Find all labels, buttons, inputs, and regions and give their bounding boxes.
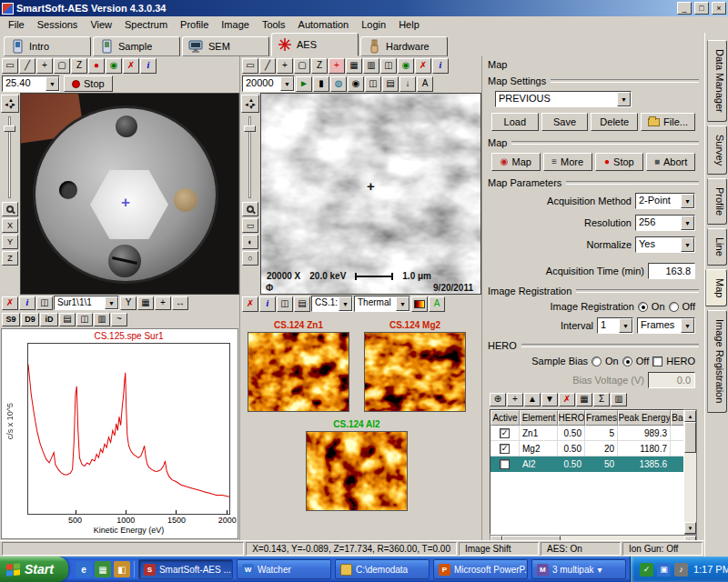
chart-icon[interactable]: ▥ <box>94 313 110 326</box>
image-registration-off-radio[interactable] <box>669 302 679 312</box>
sample-camera-image[interactable]: + <box>20 93 239 295</box>
sem-joystick-pad[interactable]: ▲▼◄► <box>241 95 259 113</box>
taskbar-button-smartsoft[interactable]: S SmartSoft-AES ... <box>138 559 233 579</box>
acquisition-method-select[interactable]: 2-Point▼ <box>635 193 695 209</box>
id-button[interactable]: iD <box>40 313 58 326</box>
chevron-down-icon[interactable]: ▼ <box>681 318 694 333</box>
abort-button[interactable]: ■Abort <box>646 153 695 171</box>
palette-icon[interactable]: ▤ <box>382 76 399 92</box>
load-button[interactable]: Load <box>491 113 539 131</box>
map-button[interactable]: ◉Map <box>491 153 541 171</box>
camera-stop-button[interactable]: Stop <box>64 75 113 92</box>
menu-login[interactable]: Login <box>355 17 392 32</box>
close-button[interactable]: × <box>712 2 726 15</box>
move-up-icon[interactable]: ▲ <box>524 393 541 406</box>
live-view-icon[interactable]: ► <box>296 76 312 92</box>
side-tab-map[interactable]: Map <box>705 269 727 306</box>
record-icon[interactable]: ● <box>88 58 105 74</box>
taskbar-button-watcher[interactable]: W Watcher <box>237 559 331 579</box>
chevron-down-icon[interactable]: ▼ <box>396 296 410 311</box>
tab-hardware[interactable]: Hardware <box>360 36 448 56</box>
ie-quicklaunch-icon[interactable]: e <box>76 561 92 577</box>
side-tab-image-registration[interactable]: Image Registration <box>707 310 727 412</box>
magnifier-icon[interactable] <box>242 202 258 216</box>
chevron-down-icon[interactable]: ▼ <box>681 216 694 230</box>
select-area-icon[interactable]: ▭ <box>2 58 18 74</box>
magnifier-icon[interactable] <box>2 202 18 216</box>
save-button[interactable]: Save <box>541 113 589 131</box>
chevron-down-icon[interactable]: ▼ <box>339 296 352 311</box>
normalize-select[interactable]: Yes▼ <box>635 236 695 253</box>
stage-z-button[interactable]: Z <box>2 251 18 266</box>
stage-y-button[interactable]: Y <box>2 235 18 249</box>
survey-spectrum-plot[interactable]: CS.125.spe Sur1 c/s x 10^5 5001000150020… <box>1 328 238 539</box>
menu-profile[interactable]: Profile <box>174 17 215 32</box>
scroll-down-icon[interactable]: ▼ <box>684 522 696 534</box>
info-icon[interactable]: i <box>19 296 35 310</box>
interval-unit-select[interactable]: Frames▼ <box>637 317 695 334</box>
table-settings-icon[interactable]: ▥ <box>611 393 627 406</box>
side-tab-profile[interactable]: Profile <box>707 178 727 225</box>
maximize-button[interactable]: □ <box>694 2 709 15</box>
interval-select[interactable]: 1▼ <box>597 317 633 334</box>
taskbar-button-powerpoint[interactable]: P Microsoft PowerP... <box>433 559 528 579</box>
snapshot-icon[interactable]: ◉ <box>106 58 122 74</box>
chevron-down-icon[interactable]: ▼ <box>280 76 294 91</box>
file-button[interactable]: File... <box>641 113 695 131</box>
show-desktop-icon[interactable]: ▦ <box>95 561 111 577</box>
menu-automation[interactable]: Automation <box>292 17 356 32</box>
histogram-icon[interactable]: ▥ <box>363 58 379 74</box>
split-view-icon[interactable]: ◫ <box>365 76 381 92</box>
copy-icon[interactable]: ◫ <box>277 296 293 312</box>
shield-tray-icon[interactable]: ✓ <box>640 563 653 577</box>
reduced-area-icon[interactable]: ▭ <box>242 218 258 233</box>
tab-aes[interactable]: AES <box>271 33 359 56</box>
zoom-icon[interactable]: ⊕ <box>490 393 506 406</box>
volume-tray-icon[interactable]: ♪ <box>674 563 688 577</box>
menu-view[interactable]: View <box>84 17 118 32</box>
info-icon[interactable]: i <box>432 58 449 74</box>
info-icon[interactable]: i <box>140 58 157 74</box>
y-scale-icon[interactable]: Y <box>120 296 136 310</box>
side-tab-line[interactable]: Line <box>707 228 727 266</box>
active-checkbox[interactable]: ✓ <box>500 459 510 469</box>
media-quicklaunch-icon[interactable]: ◧ <box>114 561 130 577</box>
display-tray-icon[interactable]: ▣ <box>657 563 671 577</box>
element-table-grid[interactable]: Active Element HERO Frames Peak Energy B… <box>490 409 684 535</box>
menu-sessions[interactable]: Sessions <box>31 17 85 32</box>
print-icon[interactable]: ▤ <box>294 296 310 312</box>
hero-checkbox[interactable] <box>652 356 662 366</box>
z-align-icon[interactable]: Z <box>311 58 328 74</box>
chevron-down-icon[interactable]: ▼ <box>681 237 694 252</box>
resolution-select[interactable]: 256▼ <box>635 215 695 231</box>
add-element-icon[interactable]: + <box>507 393 523 406</box>
element-map-mg2[interactable]: CS.124 Mg2 <box>364 320 466 412</box>
chevron-down-icon[interactable]: ▼ <box>105 296 118 309</box>
globe-icon[interactable]: ◍ <box>330 76 347 92</box>
menu-image[interactable]: Image <box>215 17 256 32</box>
cursor-icon[interactable]: + <box>155 296 171 310</box>
sem-magnification-select[interactable]: 20000▼ <box>242 75 295 92</box>
sum-icon[interactable]: Σ <box>593 393 610 406</box>
table-row-selected[interactable]: ✓ Al2 0.50 50 1385.6 1 <box>490 457 683 472</box>
sample-bias-off-radio[interactable] <box>622 356 632 366</box>
sem-image[interactable]: + 20000 X 20.0 keV 1.0 μm Φ 9/20/2011 <box>260 93 481 295</box>
minimize-button[interactable]: _ <box>677 2 692 15</box>
palette-swatch[interactable] <box>411 296 428 312</box>
registration-crosshair-icon[interactable]: + <box>329 58 345 74</box>
spectrum-dataset-select[interactable]: Sur1\1\1▼ <box>54 296 119 310</box>
tab-sample[interactable]: Sample <box>93 36 180 56</box>
tab-sem[interactable]: SEM <box>182 36 269 56</box>
table-vertical-scrollbar[interactable]: ▲ ▼ <box>684 409 697 535</box>
line-profile-icon[interactable]: ╱ <box>19 58 35 74</box>
menu-spectrum[interactable]: Spectrum <box>118 17 174 32</box>
delete-icon[interactable]: ✗ <box>415 58 431 74</box>
menu-help[interactable]: Help <box>392 17 426 32</box>
select-area-icon[interactable]: ▭ <box>242 58 258 74</box>
maps-dataset-select[interactable]: CS.1:▼ <box>311 296 353 312</box>
stage-joystick-pad[interactable]: ▲▼◄► <box>1 95 19 113</box>
active-checkbox[interactable]: ✓ <box>500 444 510 454</box>
layers-icon[interactable]: ◫ <box>380 58 397 74</box>
sem-magnification-slider[interactable] <box>242 115 258 200</box>
d9-button[interactable]: D9 <box>21 313 39 326</box>
